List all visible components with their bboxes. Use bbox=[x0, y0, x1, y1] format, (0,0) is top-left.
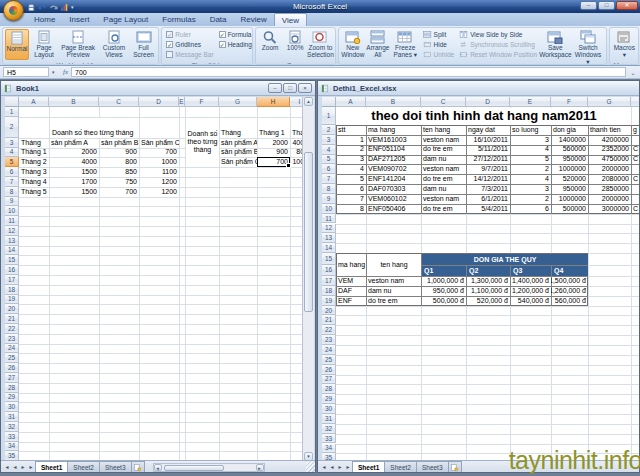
view-side-by-side-button[interactable]: View Side by Side bbox=[459, 30, 537, 39]
cell-d19[interactable]: 520,000 đ bbox=[466, 296, 510, 306]
row-header-9[interactable]: 9 bbox=[322, 194, 336, 204]
row-header-14[interactable]: 14 bbox=[322, 243, 336, 253]
row-header-26[interactable]: 26 bbox=[322, 365, 336, 375]
column-header-g[interactable]: G bbox=[219, 97, 257, 107]
cell-d4[interactable]: 700 bbox=[139, 148, 179, 158]
cell-a18[interactable]: DAF bbox=[336, 286, 366, 296]
cell-e17[interactable]: 1,400,000 đ bbox=[510, 276, 551, 286]
row-header-11[interactable]: 11 bbox=[322, 214, 336, 224]
row-header-20[interactable]: 20 bbox=[322, 306, 336, 316]
cell-d16[interactable]: Q2 bbox=[467, 266, 510, 277]
row-header-6[interactable]: 6 bbox=[322, 164, 336, 174]
cell-f5[interactable]: 950000 bbox=[551, 155, 588, 165]
cell-c3[interactable]: veston nam bbox=[421, 135, 466, 145]
cell-a10[interactable]: 8 bbox=[336, 204, 366, 214]
cell-g8[interactable]: 2850000 bbox=[588, 184, 631, 194]
cell-a4[interactable]: Tháng 1 bbox=[19, 148, 49, 158]
switch-windows-button[interactable]: Switch Windows ▾ bbox=[572, 29, 605, 65]
cell-a8[interactable]: Tháng 5 bbox=[19, 187, 49, 197]
row-header-10[interactable]: 10 bbox=[5, 206, 19, 216]
freeze-panes-button[interactable]: Freeze Panes ▾ bbox=[391, 29, 420, 65]
cell-c8[interactable]: 700 bbox=[99, 187, 139, 197]
row-header-22[interactable]: 22 bbox=[322, 325, 336, 335]
row-header-18[interactable]: 18 bbox=[322, 286, 336, 296]
full-screen-button[interactable]: Full Screen bbox=[131, 29, 157, 60]
row-header-12[interactable]: 12 bbox=[322, 224, 336, 234]
row-header-3[interactable]: 3 bbox=[322, 135, 336, 145]
row-header-23[interactable]: 23 bbox=[5, 334, 19, 344]
cell-d18[interactable]: 1,100,000 đ bbox=[466, 286, 510, 296]
cell-c3[interactable]: sản phẩm B bbox=[99, 138, 139, 148]
cell-a3[interactable]: 1 bbox=[336, 135, 366, 145]
cell-b4[interactable]: ENF051104 bbox=[366, 145, 421, 155]
select-all-corner[interactable] bbox=[322, 97, 336, 107]
workbook-close-button[interactable]: × bbox=[298, 83, 312, 93]
tab-formulas[interactable]: Formulas bbox=[155, 13, 202, 26]
row-header-19[interactable]: 19 bbox=[322, 296, 336, 306]
scroll-thumb[interactable] bbox=[304, 152, 313, 312]
insert-function-icon[interactable]: fx bbox=[63, 68, 68, 76]
row-header-1[interactable]: 1 bbox=[322, 107, 336, 125]
cell-f18[interactable]: 1,260,000 đ bbox=[551, 286, 588, 296]
row-header-34[interactable]: 34 bbox=[5, 442, 19, 452]
column-header-c[interactable]: C bbox=[421, 97, 466, 107]
scroll-right-icon[interactable]: ► bbox=[256, 464, 264, 471]
cell-d6[interactable]: 9/7/2011 bbox=[466, 164, 510, 174]
cell-h10[interactable]: C bbox=[631, 204, 640, 214]
cell-a19[interactable]: ENF bbox=[336, 296, 366, 306]
row-header-7[interactable]: 7 bbox=[322, 174, 336, 184]
cell-h5[interactable]: C bbox=[631, 155, 640, 165]
row-header-5[interactable]: 5 bbox=[322, 155, 336, 165]
cell-h4[interactable]: C bbox=[631, 145, 640, 155]
gridlines-checkbox[interactable]: ✓Gridlines bbox=[166, 40, 213, 49]
cell-f6[interactable]: 1000000 bbox=[551, 164, 588, 174]
cell-b5[interactable]: 4000 bbox=[49, 157, 99, 167]
arrange-all-button[interactable]: Arrange All bbox=[366, 29, 390, 65]
column-header-e[interactable]: E bbox=[510, 97, 551, 107]
cell-e6[interactable]: 2 bbox=[510, 164, 551, 174]
cell-b8[interactable]: 1500 bbox=[49, 187, 99, 197]
cell-b9[interactable]: VEM060102 bbox=[366, 194, 421, 204]
scroll-up-icon[interactable]: ▲ bbox=[304, 97, 313, 106]
cell-c9[interactable]: veston nam bbox=[421, 194, 466, 204]
row-header-13[interactable]: 13 bbox=[322, 233, 336, 243]
row-header-5[interactable]: 5 bbox=[5, 157, 19, 167]
formula-input[interactable]: 700 bbox=[71, 67, 626, 77]
row-header-33[interactable]: 33 bbox=[322, 434, 336, 444]
column-header-a[interactable]: A bbox=[336, 97, 366, 107]
row-header-7[interactable]: 7 bbox=[5, 177, 19, 187]
new-window-button[interactable]: New Window bbox=[341, 29, 365, 65]
ruler-checkbox[interactable]: ✓Ruler bbox=[166, 30, 213, 39]
sheet-tab-sheet3[interactable]: Sheet3 bbox=[99, 461, 132, 472]
row-header-1[interactable]: 1 bbox=[5, 107, 19, 117]
headings-checkbox[interactable]: ✓Headings bbox=[219, 40, 253, 49]
sheet-nav-next-icon[interactable]: ► bbox=[19, 463, 27, 472]
row-header-24[interactable]: 24 bbox=[5, 344, 19, 354]
cell-g5[interactable]: 4750000 bbox=[588, 155, 631, 165]
cell-d2[interactable]: ngay dat bbox=[466, 125, 510, 135]
zoom-button[interactable]: Zoom bbox=[258, 29, 282, 60]
cell-a7[interactable]: Tháng 4 bbox=[19, 177, 49, 187]
row-header-26[interactable]: 26 bbox=[5, 363, 19, 373]
cell-e4[interactable]: 4 bbox=[510, 145, 551, 155]
row-header-4[interactable]: 4 bbox=[322, 145, 336, 155]
row-header-8[interactable]: 8 bbox=[5, 187, 19, 197]
row-header-13[interactable]: 13 bbox=[5, 236, 19, 246]
zoom-to-selection-button[interactable]: Zoom to Selection bbox=[308, 29, 333, 60]
row-header-22[interactable]: 22 bbox=[5, 324, 19, 334]
row-header-27[interactable]: 27 bbox=[5, 373, 19, 383]
select-all-corner[interactable] bbox=[5, 97, 19, 107]
cell-d3[interactable]: Sản phẩm C bbox=[139, 138, 179, 148]
sheet-nav-first-icon[interactable]: ◄ bbox=[320, 463, 328, 472]
cell-a6[interactable]: Tháng 3 bbox=[19, 167, 49, 177]
row-header-17[interactable]: 17 bbox=[5, 275, 19, 285]
row-header-21[interactable]: 21 bbox=[322, 315, 336, 325]
insert-worksheet-tab[interactable] bbox=[448, 461, 462, 472]
cell-b6[interactable]: VEM090702 bbox=[366, 164, 421, 174]
cell-g7[interactable]: 2080000 bbox=[588, 174, 631, 184]
cell-g4[interactable]: 2352000 bbox=[588, 145, 631, 155]
tab-review[interactable]: Review bbox=[234, 13, 274, 26]
row-header-28[interactable]: 28 bbox=[322, 384, 336, 394]
cell-e19[interactable]: 540,000 đ bbox=[510, 296, 551, 306]
page-break-preview-button[interactable]: Page Break Preview bbox=[59, 29, 97, 60]
